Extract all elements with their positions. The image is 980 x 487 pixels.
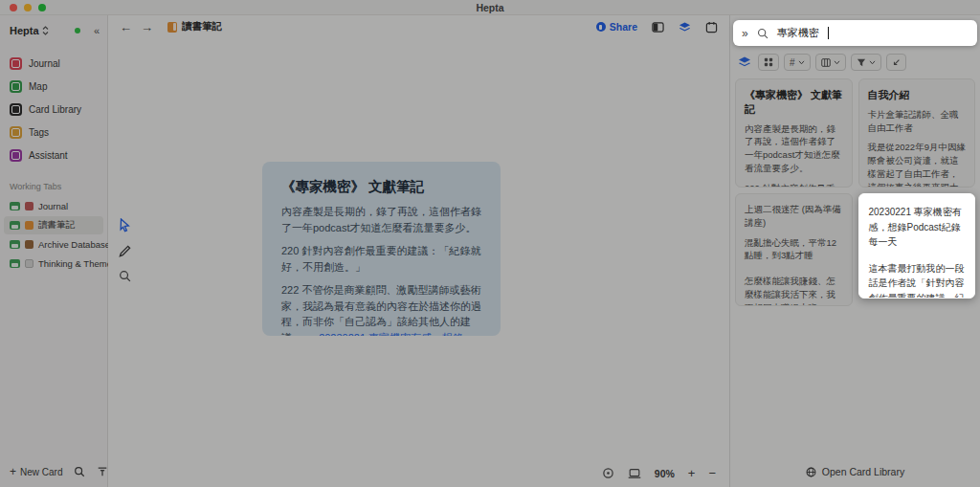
result-card-text: 220 針對內容創作最重要的建議：「紀錄就好，不用創造。」 [745,182,843,188]
search-canvas-tool[interactable] [119,270,131,282]
sidebar-item-assistant[interactable]: Assistant [6,144,101,166]
sidebar-item-journal[interactable]: Journal [6,52,101,75]
result-card-text: 我是從2022年9月中因緣際會被公司資遣，就這樣當起了自由工作者，這個故事之後再… [868,141,967,188]
titlebar: Hepta [0,0,980,15]
zoom-in-button[interactable]: + [688,466,696,480]
working-tabs-heading: Working Tabs [10,182,98,191]
filter-cards-button[interactable] [97,466,108,477]
note-card-title: 《專家機密》 文獻筆記 [281,178,481,196]
note-card-paragraph: 內容產製是長期的，錄了再說，這個作者錄了一年podcast才知道怎麼看流量要多少… [281,204,481,235]
canvas-area[interactable]: ← → 讀書筆記 Share [108,15,729,487]
book-icon [25,221,33,230]
layers-button[interactable] [679,21,691,33]
share-button[interactable]: Share [596,21,637,33]
tab-window-icon [10,259,20,268]
current-tab[interactable]: 讀書筆記 [167,20,222,33]
calendar-button[interactable] [705,21,718,33]
tab-window-icon [10,221,20,230]
result-card-text: 怎麼樣能讓我賺錢、怎麼樣能讓我活下來，我不想回去職場上班。 [745,275,843,306]
share-icon [596,22,606,32]
sidebar-footer: + New Card [0,457,107,487]
note-card-text: 222 不管你是商業顧問、激勵型講師或藝術家，我認為最有意義的內容在於描述你的過… [281,284,481,336]
search-results-grid: 《專家機密》 文獻筆記 內容產製是長期的，錄了再說，這個作者錄了一年podcas… [730,77,980,306]
chevron-down-icon [869,60,876,65]
pen-tool[interactable] [119,245,131,257]
note-card[interactable]: 《專家機密》 文獻筆記 內容產製是長期的，錄了再說，這個作者錄了一年podcas… [262,162,501,336]
toggle-panel-button[interactable] [652,21,664,33]
globe-icon [806,467,816,477]
presentation-button[interactable] [628,468,641,479]
assistant-icon [10,149,22,162]
open-card-library-label: Open Card Library [822,466,904,477]
collapse-results-button[interactable] [886,54,906,71]
window-title: Hepta [0,2,980,13]
hash-icon: # [790,57,795,68]
working-tab-archive-database[interactable]: Archive Database [4,235,103,254]
library-view-button[interactable] [736,54,753,71]
expand-panel-button[interactable]: » [742,27,748,40]
back-button[interactable]: ← [120,20,132,34]
plus-icon: + [10,465,16,478]
journal-doc-icon [25,202,33,210]
tab-window-icon [10,202,20,210]
card-search-bar[interactable]: » 專家機密 [733,20,977,46]
zoom-out-button[interactable]: − [708,466,716,480]
result-card-confused-tuesday[interactable]: 上週二很迷茫 (因為準備講座) 混亂擔心失眠，平常12點睡，到3點才睡 怎麼樣能… [735,193,853,306]
panel-filter-toolbar: # [730,46,980,77]
forward-button[interactable]: → [141,20,153,34]
sidebar-item-label: Journal [29,58,60,69]
canvas-statusbar: 90% + − [602,466,716,480]
search-cards-button[interactable] [74,466,85,477]
result-card-podcast-note-highlighted[interactable]: 20230221 專家機密有感，想錄Podcast紀錄每一天 這本書最打動我的一… [858,193,976,299]
working-tab-label: Journal [38,201,68,211]
zoom-level[interactable]: 90% [655,468,675,479]
chevron-up-down-icon [42,26,49,35]
speech-bubble-icon [25,259,33,268]
tag-filter-button[interactable]: # [784,54,811,71]
sidebar: Hepta « Journal Map Card Librar [0,15,108,487]
tags-icon [10,126,22,139]
sidebar-item-tags[interactable]: Tags [6,121,101,144]
columns-filter-button[interactable] [815,54,846,71]
gallery-view-button[interactable] [758,54,779,71]
text-caret [828,27,830,39]
result-card-literature-notes[interactable]: 《專家機密》 文獻筆記 內容產製是長期的，錄了再說，這個作者錄了一年podcas… [735,78,853,188]
share-label: Share [610,21,637,33]
collapse-sidebar-button[interactable]: « [94,25,100,36]
archive-box-icon [25,240,33,249]
workspace-switcher[interactable]: Hepta « [0,21,107,40]
sidebar-item-map[interactable]: Map [6,75,101,98]
journal-icon [10,57,22,70]
locate-target-button[interactable] [602,467,614,479]
sidebar-nav: Journal Map Card Library Tags Assistant [0,52,107,166]
working-tab-journal[interactable]: Journal [4,197,103,215]
hepta-app-window: Hepta Hepta « Journal Map [0,0,980,487]
sidebar-item-card-library[interactable]: Card Library [6,98,101,121]
working-tabs-list: Journal 讀書筆記 Archive Database Thinking &… [0,196,107,274]
tab-window-icon [10,240,20,249]
search-input[interactable]: 專家機密 [777,26,819,40]
result-card-text: 上週二很迷茫 (因為準備講座) [745,203,843,230]
canvas-tool-palette [118,218,131,282]
filter-button[interactable] [851,54,881,71]
working-tab-thinking-theme[interactable]: Thinking & Theme [4,255,103,273]
sidebar-item-label: Card Library [29,104,81,115]
note-card-paragraph: 222 不管你是商業顧問、激勵型講師或藝術家，我認為最有意義的內容在於描述你的過… [281,282,481,336]
book-icon [167,22,177,33]
map-icon [10,80,22,93]
sync-status-dot [75,28,80,33]
open-card-library-button[interactable]: Open Card Library [730,458,980,487]
new-card-button[interactable]: + New Card [10,465,62,478]
card-library-icon [10,103,22,116]
result-card-text: 卡片盒筆記講師、全職自由工作者 [868,108,967,135]
canvas-toolbar: ← → 讀書筆記 Share [108,15,729,38]
chevron-down-icon [798,60,805,65]
working-tab-reading-notes[interactable]: 讀書筆記 [4,216,103,234]
result-card-self-intro[interactable]: 自我介紹 卡片盒筆記講師、全職自由工作者 我是從2022年9月中因緣際會被公司資… [858,78,976,188]
select-tool[interactable] [118,218,131,232]
working-tab-label: Thinking & Theme [38,258,112,269]
tab-title: 讀書筆記 [182,20,222,33]
result-card-text: 混亂擔心失眠，平常12點睡，到3點才睡 [745,236,843,263]
sidebar-item-label: Map [29,81,47,92]
new-card-label: New Card [20,467,62,477]
